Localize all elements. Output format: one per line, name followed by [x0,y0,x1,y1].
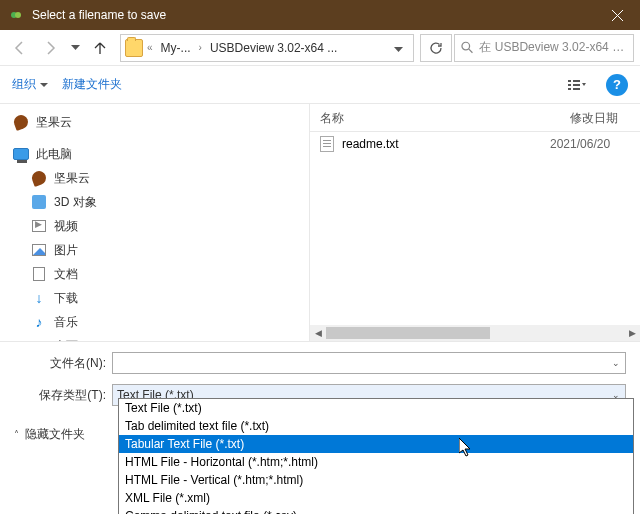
forward-button[interactable] [36,34,64,62]
file-date: 2021/06/20 [550,137,630,151]
tree-item-jianguo[interactable]: 坚果云 [0,110,309,134]
tree-label: 坚果云 [36,114,72,131]
music-icon: ♪ [30,313,48,331]
tree-label: 桌面 [54,338,78,342]
document-icon [30,265,48,283]
view-options-button[interactable] [562,73,592,97]
tree-label: 下载 [54,290,78,307]
picture-icon [30,241,48,259]
search-icon [461,41,473,54]
list-header: 名称 修改日期 [310,104,640,132]
tree-item-thispc[interactable]: 此电脑 [0,142,309,166]
svg-rect-7 [568,88,571,90]
filetype-label: 保存类型(T): [14,387,112,404]
tree-item-3d[interactable]: 3D 对象 [0,190,309,214]
hide-folders-toggle[interactable]: ˄ 隐藏文件夹 [14,426,85,443]
new-folder-label: 新建文件夹 [62,76,122,93]
tree-label: 此电脑 [36,146,72,163]
tree-item-desktop[interactable]: 桌面 [0,334,309,341]
filename-label: 文件名(N): [14,355,112,372]
filetype-option[interactable]: HTML File - Horizontal (*.htm;*.html) [119,453,633,471]
organize-button[interactable]: 组织 [12,76,48,93]
filetype-option[interactable]: Comma delimited text file (*.csv) [119,507,633,514]
scroll-right-icon[interactable]: ▶ [624,325,640,341]
tree-label: 坚果云 [54,170,90,187]
tree-label: 3D 对象 [54,194,97,211]
filename-dropdown[interactable]: ⌄ [607,353,625,373]
filetype-option[interactable]: Tab delimited text file (*.txt) [119,417,633,435]
search-placeholder: 在 USBDeview 3.02-x64 管... [479,39,627,56]
scroll-thumb[interactable] [326,327,490,339]
file-list: 名称 修改日期 readme.txt 2021/06/20 ◀ ▶ [310,104,640,341]
history-dropdown[interactable] [66,34,84,62]
app-icon [8,7,24,23]
back-button[interactable] [6,34,34,62]
pc-icon [12,145,30,163]
desktop-icon [30,337,48,341]
svg-point-1 [15,12,21,18]
breadcrumb-1[interactable]: My-... [157,39,195,57]
chevron-up-icon: ˄ [14,429,19,440]
file-name: readme.txt [342,137,399,151]
svg-point-2 [462,42,470,50]
video-icon [30,217,48,235]
filetype-option[interactable]: Text File (*.txt) [119,399,633,417]
horizontal-scrollbar[interactable]: ◀ ▶ [310,325,640,341]
help-button[interactable]: ? [606,74,628,96]
svg-rect-5 [568,84,571,86]
hide-folders-label: 隐藏文件夹 [25,426,85,443]
save-form: 文件名(N): ⌄ 保存类型(T): Text File (*.txt) ⌄ [0,341,640,406]
breadcrumb-2[interactable]: USBDeview 3.02-x64 ... [206,39,341,57]
toolbar: 组织 新建文件夹 ? [0,66,640,104]
col-name[interactable]: 名称 [310,104,560,131]
textfile-icon [320,136,334,152]
new-folder-button[interactable]: 新建文件夹 [62,76,122,93]
nut-icon [12,113,30,131]
organize-label: 组织 [12,76,36,93]
folder-icon [125,39,143,57]
svg-rect-3 [568,80,571,82]
nav-row: « My-... › USBDeview 3.02-x64 ... 在 USBD… [0,30,640,66]
tree-item-docs[interactable]: 文档 [0,262,309,286]
chevron-right-icon: › [199,42,202,53]
close-button[interactable] [595,0,640,30]
tree-item-pictures[interactable]: 图片 [0,238,309,262]
col-date[interactable]: 修改日期 [560,104,640,131]
scroll-left-icon[interactable]: ◀ [310,325,326,341]
nav-tree: 坚果云 此电脑 坚果云 3D 对象 视频 图片 文档 ↓ 下载 [0,104,310,341]
filetype-option[interactable]: HTML File - Vertical (*.htm;*.html) [119,471,633,489]
filetype-dropdown-list: Text File (*.txt)Tab delimited text file… [118,398,634,514]
up-button[interactable] [86,34,114,62]
window-title: Select a filename to save [32,8,595,22]
filetype-option[interactable]: XML File (*.xml) [119,489,633,507]
download-icon: ↓ [30,289,48,307]
tree-label: 文档 [54,266,78,283]
list-item[interactable]: readme.txt 2021/06/20 [310,132,640,156]
breadcrumb-sep: « [147,42,153,53]
filetype-option[interactable]: Tabular Text File (*.txt) [119,435,633,453]
svg-rect-6 [573,84,580,86]
refresh-button[interactable] [420,34,452,62]
svg-rect-8 [573,88,580,90]
tree-label: 视频 [54,218,78,235]
tree-label: 图片 [54,242,78,259]
address-dropdown[interactable] [388,41,409,55]
main-panel: 坚果云 此电脑 坚果云 3D 对象 视频 图片 文档 ↓ 下载 [0,104,640,341]
title-bar: Select a filename to save [0,0,640,30]
tree-item-music[interactable]: ♪ 音乐 [0,310,309,334]
tree-item-video[interactable]: 视频 [0,214,309,238]
search-input[interactable]: 在 USBDeview 3.02-x64 管... [454,34,634,62]
tree-item-jianguo2[interactable]: 坚果云 [0,166,309,190]
address-bar[interactable]: « My-... › USBDeview 3.02-x64 ... [120,34,414,62]
nut-icon [30,169,48,187]
svg-rect-4 [573,80,580,82]
cube-icon [30,193,48,211]
tree-label: 音乐 [54,314,78,331]
filename-input[interactable]: ⌄ [112,352,626,374]
tree-item-downloads[interactable]: ↓ 下载 [0,286,309,310]
